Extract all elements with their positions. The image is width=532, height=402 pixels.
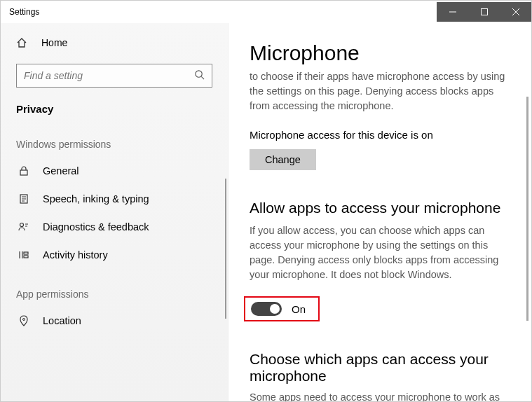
home-nav[interactable]: Home: [1, 32, 228, 54]
svg-rect-1: [481, 9, 487, 15]
window-title: Settings: [1, 7, 437, 17]
lock-icon: [16, 165, 32, 176]
group-app-permissions: App permissions: [1, 269, 228, 307]
device-access-status: Microphone access for this device is on: [250, 129, 519, 141]
sidebar: Home Privacy Windows permissions General…: [1, 23, 229, 401]
nav-diagnostics[interactable]: Diagnostics & feedback: [1, 213, 228, 241]
svg-point-16: [23, 319, 25, 321]
page-title: Microphone: [250, 41, 519, 65]
choose-apps-desc: Some apps need to access your microphone…: [250, 391, 516, 401]
content-scrollbar[interactable]: [526, 97, 528, 321]
feedback-icon: [16, 221, 32, 233]
svg-rect-14: [24, 252, 28, 254]
search-input[interactable]: [24, 70, 194, 81]
allow-apps-desc: If you allow access, you can choose whic…: [250, 223, 516, 282]
search-box[interactable]: [16, 64, 212, 88]
minimize-icon: [449, 8, 456, 15]
svg-rect-15: [24, 256, 28, 258]
activity-icon: [16, 249, 32, 261]
change-button[interactable]: Change: [250, 149, 316, 170]
close-icon: [512, 8, 519, 15]
section-allow-apps: Allow apps to access your microphone: [250, 200, 516, 216]
window-controls: [437, 2, 531, 22]
intro-text: to choose if their apps have microphone …: [250, 69, 516, 113]
svg-point-4: [196, 71, 202, 77]
nav-label: Diagnostics & feedback: [43, 221, 149, 233]
nav-label: Location: [43, 315, 81, 326]
allow-apps-toggle-row: On: [244, 296, 320, 321]
nav-general[interactable]: General: [1, 157, 228, 185]
svg-line-5: [201, 76, 204, 79]
svg-point-11: [20, 223, 24, 227]
group-windows-permissions: Windows permissions: [1, 119, 228, 157]
clipboard-icon: [16, 193, 32, 205]
maximize-button[interactable]: [468, 2, 500, 22]
toggle-state-label: On: [292, 303, 306, 315]
home-icon: [16, 37, 32, 48]
home-label: Home: [41, 37, 67, 48]
allow-apps-toggle[interactable]: [251, 302, 282, 316]
content-pane: Microphone to choose if their apps have …: [229, 23, 531, 401]
close-button[interactable]: [500, 2, 531, 22]
title-bar: Settings: [1, 1, 531, 23]
nav-label: Activity history: [43, 249, 108, 261]
sidebar-scrollbar[interactable]: [225, 179, 226, 319]
location-icon: [16, 315, 32, 326]
nav-activity[interactable]: Activity history: [1, 241, 228, 269]
toggle-knob: [270, 304, 280, 314]
nav-location[interactable]: Location: [1, 307, 228, 335]
maximize-icon: [481, 8, 488, 15]
nav-label: General: [43, 165, 79, 176]
section-choose-apps: Choose which apps can access your microp…: [250, 351, 516, 384]
nav-label: Speech, inking & typing: [43, 193, 149, 205]
minimize-button[interactable]: [437, 2, 468, 22]
nav-speech[interactable]: Speech, inking & typing: [1, 185, 228, 213]
category-heading: Privacy: [1, 100, 228, 119]
search-icon: [194, 69, 205, 82]
svg-rect-6: [20, 170, 27, 175]
